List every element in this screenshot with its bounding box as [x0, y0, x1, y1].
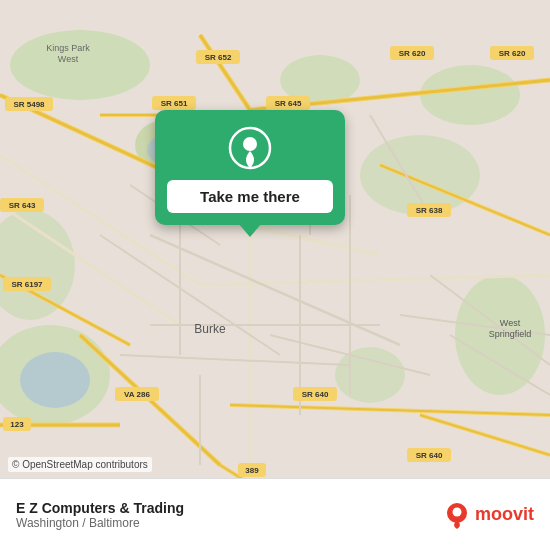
svg-text:SR 640: SR 640	[302, 390, 329, 399]
svg-text:SR 643: SR 643	[9, 201, 36, 210]
svg-text:West: West	[500, 318, 521, 328]
location-pin-icon	[228, 126, 272, 170]
svg-text:Kings Park: Kings Park	[46, 43, 90, 53]
svg-point-89	[243, 137, 257, 151]
svg-text:SR 5498: SR 5498	[13, 100, 45, 109]
svg-text:SR 620: SR 620	[399, 49, 426, 58]
svg-text:SR 638: SR 638	[416, 206, 443, 215]
location-name: E Z Computers & Trading	[16, 500, 184, 516]
svg-point-91	[452, 507, 461, 516]
svg-text:SR 640: SR 640	[416, 451, 443, 460]
popup-card: Take me there	[155, 110, 345, 225]
svg-point-1	[10, 30, 150, 100]
bottom-bar: E Z Computers & Trading Washington / Bal…	[0, 478, 550, 550]
svg-point-10	[335, 347, 405, 403]
moovit-text: moovit	[475, 504, 534, 525]
svg-text:West: West	[58, 54, 79, 64]
svg-text:SR 6197: SR 6197	[11, 280, 43, 289]
svg-text:SR 645: SR 645	[275, 99, 302, 108]
svg-text:389: 389	[245, 466, 259, 475]
svg-point-3	[420, 65, 520, 125]
moovit-brand-icon	[443, 501, 471, 529]
location-info: E Z Computers & Trading Washington / Bal…	[16, 500, 184, 530]
svg-text:SR 652: SR 652	[205, 53, 232, 62]
location-region: Washington / Baltimore	[16, 516, 184, 530]
svg-text:123: 123	[10, 420, 24, 429]
svg-text:Burke: Burke	[194, 322, 226, 336]
svg-text:VA 286: VA 286	[124, 390, 150, 399]
map-container: SR 652 SR 620 SR 620 SR 5498 SR 651 SR 6…	[0, 0, 550, 550]
copyright-text: © OpenStreetMap contributors	[8, 457, 152, 472]
moovit-logo: moovit	[443, 501, 534, 529]
svg-text:SR 620: SR 620	[499, 49, 526, 58]
take-me-there-button[interactable]: Take me there	[167, 180, 333, 213]
svg-text:Springfield: Springfield	[489, 329, 532, 339]
svg-text:SR 651: SR 651	[161, 99, 188, 108]
svg-point-11	[20, 352, 90, 408]
